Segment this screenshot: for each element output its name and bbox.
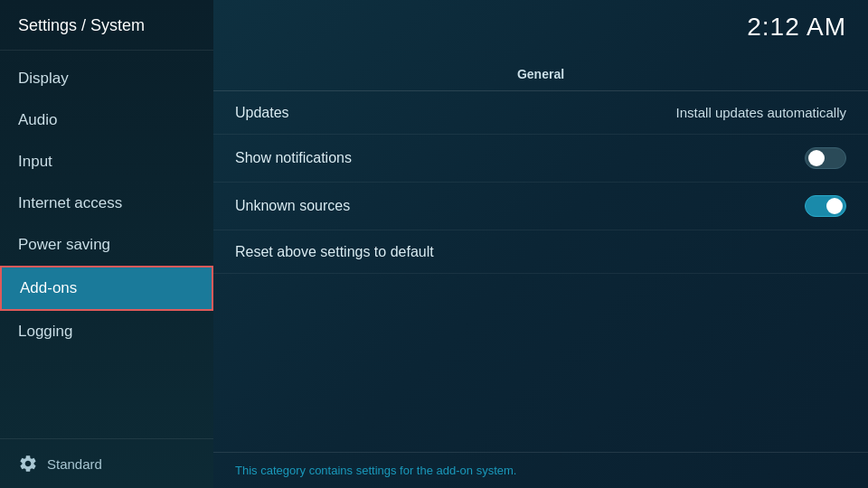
setting-row-show-notifications[interactable]: Show notifications — [213, 135, 868, 183]
sidebar-item-internet-access[interactable]: Internet access — [0, 183, 213, 224]
updates-value: Install updates automatically — [676, 105, 846, 120]
sidebar-item-input[interactable]: Input — [0, 141, 213, 183]
sidebar-item-audio[interactable]: Audio — [0, 99, 213, 141]
main-content: 2:12 AM General Updates Install updates … — [213, 0, 868, 488]
section-header: General — [213, 58, 868, 91]
toggle-knob-on — [826, 198, 843, 214]
page-title: Settings / System — [0, 0, 213, 51]
standard-label: Standard — [47, 456, 102, 472]
setting-row-reset[interactable]: Reset above settings to default — [213, 230, 868, 274]
sidebar-footer: Standard — [0, 438, 213, 488]
show-notifications-label: Show notifications — [235, 150, 352, 166]
sidebar-item-power-saving[interactable]: Power saving — [0, 224, 213, 266]
reset-label: Reset above settings to default — [235, 244, 434, 260]
unknown-sources-label: Unknown sources — [235, 198, 350, 214]
show-notifications-toggle[interactable] — [805, 147, 846, 169]
setting-row-updates[interactable]: Updates Install updates automatically — [213, 91, 868, 135]
content-area: General Updates Install updates automati… — [213, 0, 868, 452]
sidebar-item-display[interactable]: Display — [0, 58, 213, 99]
status-bar: This category contains settings for the … — [213, 452, 868, 488]
setting-row-unknown-sources[interactable]: Unknown sources — [213, 183, 868, 230]
updates-label: Updates — [235, 105, 289, 121]
unknown-sources-toggle[interactable] — [805, 195, 846, 217]
time-display: 2:12 AM — [747, 13, 846, 42]
sidebar: Settings / System Display Audio Input In… — [0, 0, 213, 488]
toggle-knob — [808, 150, 825, 166]
sidebar-item-logging[interactable]: Logging — [0, 311, 213, 352]
sidebar-nav: Display Audio Input Internet access Powe… — [0, 51, 213, 438]
sidebar-item-add-ons[interactable]: Add-ons — [0, 266, 213, 311]
gear-icon — [18, 454, 38, 474]
